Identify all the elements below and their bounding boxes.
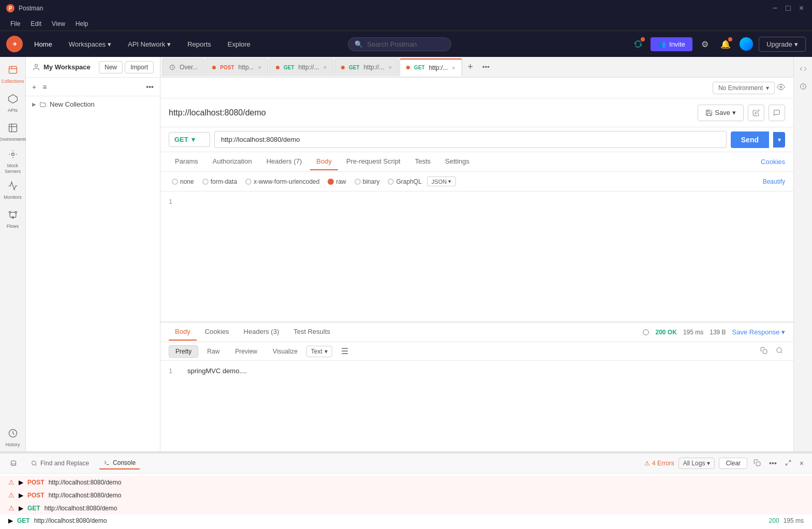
env-eye-button[interactable]	[775, 81, 787, 95]
req-tab-params[interactable]: Params	[169, 153, 204, 170]
code-editor[interactable]: 1	[160, 192, 793, 322]
new-button[interactable]: New	[99, 61, 123, 74]
svg-rect-16	[11, 461, 16, 466]
settings-icon[interactable]: ⚙	[697, 36, 713, 52]
menu-edit[interactable]: Edit	[26, 19, 46, 29]
send-dropdown-button[interactable]: ▾	[773, 132, 785, 148]
nav-home[interactable]: Home	[29, 37, 57, 51]
body-option-graphql[interactable]: GraphQL	[385, 176, 424, 187]
log-entry-4[interactable]: ▶ GET http://localhost:8080/demo 200 195…	[0, 515, 812, 527]
req-tab-authorization[interactable]: Authorization	[206, 153, 258, 170]
minimize-button[interactable]: −	[771, 4, 779, 13]
resp-tab-cookies[interactable]: Cookies	[199, 324, 235, 341]
resp-tab-body[interactable]: Body	[169, 324, 197, 341]
invite-button[interactable]: 👥 Invite	[651, 37, 692, 51]
tab-overview[interactable]: Over...	[163, 58, 204, 76]
upgrade-button[interactable]: Upgrade ▾	[759, 37, 806, 52]
url-input[interactable]	[214, 131, 727, 148]
more-tabs-button[interactable]: •••	[479, 60, 493, 75]
tab-close-get2[interactable]: ×	[323, 64, 327, 70]
nav-explore[interactable]: Explore	[223, 37, 256, 51]
method-select[interactable]: GET ▾	[169, 132, 210, 147]
tab-close-post[interactable]: ×	[258, 64, 261, 70]
sidebar-item-monitors[interactable]: Monitors	[2, 177, 24, 204]
fmt-preview[interactable]: Preview	[228, 345, 264, 358]
sync-icon[interactable]	[630, 36, 646, 52]
related-collections-button[interactable]	[795, 79, 811, 94]
fmt-pretty[interactable]: Pretty	[169, 345, 198, 358]
avatar[interactable]	[738, 36, 755, 52]
sidebar-item-flows[interactable]: Flows	[2, 206, 24, 233]
tab-get-3[interactable]: GET http://... ×	[334, 58, 398, 76]
log-url-4: http://localhost:8080/demo	[34, 517, 107, 524]
add-tab-button[interactable]: +	[463, 60, 478, 75]
tab-post[interactable]: POST http... ×	[205, 58, 268, 76]
more-options-button[interactable]: •••	[144, 81, 156, 93]
clear-button[interactable]: Clear	[719, 458, 747, 469]
import-button[interactable]: Import	[125, 61, 154, 74]
wrap-lines-button[interactable]: ☰	[334, 344, 355, 359]
req-tab-body[interactable]: Body	[310, 153, 338, 170]
log-entry-1[interactable]: ⚠ ▶ POST http://localhost:8080/demo	[0, 476, 812, 489]
log-entry-3[interactable]: ⚠ ▶ GET http://localhost:8080/demo	[0, 502, 812, 515]
add-collection-button[interactable]: +	[30, 81, 38, 93]
resp-tab-test-results[interactable]: Test Results	[287, 324, 336, 341]
body-option-urlencoded[interactable]: x-www-form-urlencoded	[242, 176, 322, 187]
format-select[interactable]: JSON ▾	[427, 177, 456, 186]
req-tab-pre-request[interactable]: Pre-request Script	[340, 153, 407, 170]
cookies-link[interactable]: Cookies	[761, 158, 785, 166]
sidebar-item-mock-servers[interactable]: Mock Servers	[2, 148, 24, 175]
fmt-raw[interactable]: Raw	[200, 345, 226, 358]
menu-view[interactable]: View	[48, 19, 69, 29]
fmt-visualize[interactable]: Visualize	[266, 345, 304, 358]
collection-item[interactable]: ▶ New Collection	[26, 96, 160, 112]
sidebar-item-collections[interactable]: Collections	[2, 61, 24, 88]
save-button[interactable]: Save ▾	[698, 105, 744, 121]
notification-icon[interactable]: 🔔	[717, 36, 734, 52]
maximize-button[interactable]: □	[784, 4, 793, 13]
log-entry-2[interactable]: ⚠ ▶ POST http://localhost:8080/demo	[0, 489, 812, 502]
environment-select[interactable]: No Environment ▾	[713, 82, 775, 94]
tab-close-get3[interactable]: ×	[389, 64, 392, 70]
log-filter-select[interactable]: All Logs ▾	[678, 458, 715, 469]
search-response-button[interactable]	[774, 345, 785, 358]
req-tab-headers[interactable]: Headers (7)	[260, 153, 308, 170]
expand-console-button[interactable]	[783, 457, 793, 469]
text-format-select[interactable]: Text ▾	[306, 346, 332, 357]
tab-get-4[interactable]: GET http:/... ×	[400, 58, 462, 76]
comment-icon-button[interactable]	[769, 105, 785, 121]
resp-tab-headers[interactable]: Headers (3)	[238, 324, 286, 341]
save-response-button[interactable]: Save Response ▾	[732, 328, 785, 336]
tab-get-2[interactable]: GET http://... ×	[269, 58, 333, 76]
beautify-button[interactable]: Beautify	[763, 178, 785, 185]
send-button[interactable]: Send	[731, 131, 769, 148]
sidebar-item-history[interactable]: History	[2, 424, 24, 451]
console-button[interactable]: Console	[99, 457, 140, 469]
body-option-raw[interactable]: raw	[324, 176, 349, 187]
sidebar-item-environments[interactable]: Environments	[2, 119, 24, 146]
close-console-button[interactable]: ×	[798, 457, 806, 469]
code-view-button[interactable]	[795, 61, 811, 77]
copy-response-button[interactable]	[758, 345, 770, 358]
log-method-2: POST	[27, 492, 45, 499]
edit-icon-button[interactable]	[748, 105, 764, 121]
tab-close-get4[interactable]: ×	[452, 65, 455, 71]
body-option-formdata[interactable]: form-data	[199, 176, 240, 187]
toggle-bottom-button[interactable]	[6, 458, 21, 468]
menu-help[interactable]: Help	[71, 19, 93, 29]
sidebar-item-apis[interactable]: APIs	[2, 90, 24, 117]
body-option-none[interactable]: none	[169, 176, 197, 187]
menu-file[interactable]: File	[6, 19, 24, 29]
sort-button[interactable]: ≡	[40, 81, 49, 93]
req-tab-tests[interactable]: Tests	[409, 153, 437, 170]
body-option-binary[interactable]: binary	[351, 176, 383, 187]
nav-reports[interactable]: Reports	[182, 37, 216, 51]
nav-api-network[interactable]: API Network ▾	[123, 37, 176, 51]
req-tab-settings[interactable]: Settings	[439, 153, 476, 170]
close-button[interactable]: ×	[797, 4, 806, 13]
find-replace-button[interactable]: Find and Replace	[27, 458, 93, 469]
more-console-button[interactable]: •••	[767, 457, 779, 469]
search-bar[interactable]: 🔍 Search Postman	[348, 37, 451, 51]
nav-workspaces[interactable]: Workspaces ▾	[64, 37, 116, 51]
copy-logs-button[interactable]	[751, 457, 763, 470]
